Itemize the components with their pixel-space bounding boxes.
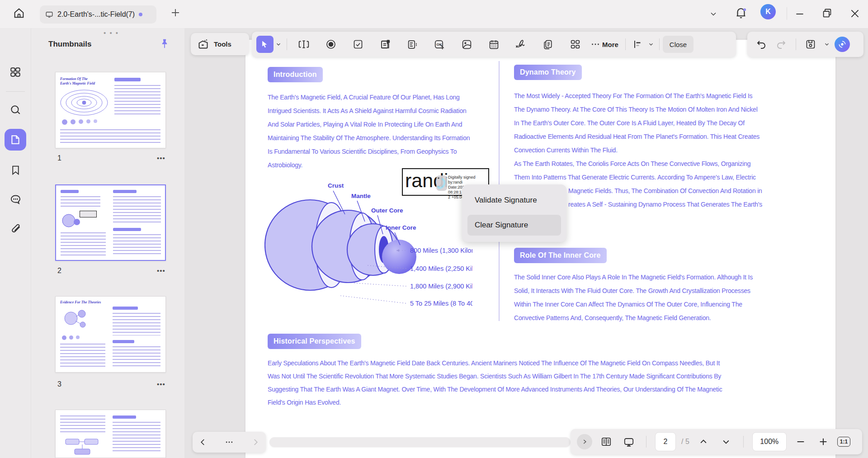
text-field-tool[interactable]: [295, 36, 312, 53]
thumbnail-page-2-selected[interactable]: [55, 184, 166, 261]
thumb1-text-lines: [114, 85, 160, 115]
save-chevron[interactable]: [822, 36, 832, 53]
actual-size-button[interactable]: 1:1: [837, 437, 850, 447]
back-arrow-icon[interactable]: [199, 438, 207, 446]
heading-badge: Role Of The Inner Core: [514, 248, 607, 263]
page-total: / 5: [681, 438, 689, 446]
measurement-label: 5 To 25 Miles (8 To 40 Kilometers): [410, 300, 472, 307]
document-tab[interactable]: 2.0-Earth's-...tic-Field(7): [40, 5, 156, 24]
titlebar-divider: [787, 7, 787, 20]
zoom-out-icon[interactable]: [792, 433, 809, 450]
introduction-paragraph: The Earth's Magnetic Field, A Crucial Fe…: [268, 90, 470, 172]
diagram-label-outer-core: Outer Core: [371, 207, 403, 214]
thumb2-page-number: 2: [57, 267, 61, 275]
sidebar-item-comments[interactable]: [8, 192, 23, 207]
undo-icon[interactable]: [753, 36, 770, 53]
forward-arrow-icon[interactable]: [251, 438, 259, 446]
avatar-letter: K: [765, 8, 771, 16]
tools-button[interactable]: Tools: [191, 33, 249, 55]
text-line: Convective Patterns And, Consequently, T…: [514, 311, 753, 325]
thumb3-title: Evidence For The Theories: [60, 300, 132, 305]
historical-paragraph: Early Speculations About The Earth's Mag…: [268, 357, 722, 409]
chevron-down-icon[interactable]: [709, 9, 718, 19]
close-window-button[interactable]: [849, 8, 861, 19]
section-heading-inner-core: Role Of The Inner Core: [514, 248, 607, 263]
save-icon[interactable]: [802, 36, 819, 53]
signature-seal-icon: [436, 175, 447, 191]
new-tab-button[interactable]: [170, 7, 181, 18]
thumbnail-page-3[interactable]: Evidence For The Theories: [55, 296, 166, 373]
thumb1-title-line2: Earth's Magnetic Field: [60, 81, 105, 86]
note-field-tool[interactable]: [377, 36, 394, 53]
select-tool-button[interactable]: [256, 36, 274, 53]
window-titlebar: 2.0-Earth's-...tic-Field(7) K: [0, 0, 868, 28]
inner-core-paragraph: The Solid Inner Core Also Plays A Role I…: [514, 270, 753, 325]
previous-page-chevron[interactable]: [695, 433, 712, 450]
field-grid-tool[interactable]: [566, 36, 584, 53]
alignment-chevron[interactable]: [646, 36, 656, 53]
text-line: Convection Currents Within The Fluid.: [514, 143, 762, 157]
close-form-mode-button[interactable]: Close: [663, 36, 693, 53]
select-tool-chevron[interactable]: [274, 36, 283, 53]
thumb4-flowchart-graphic: [65, 437, 101, 455]
radio-button-tool[interactable]: [322, 36, 340, 53]
sidebar-item-attachments[interactable]: [8, 222, 23, 237]
more-dots-icon[interactable]: [589, 36, 602, 53]
thumbnail-page-4[interactable]: [55, 410, 166, 458]
horizontal-scrollbar[interactable]: [269, 437, 571, 447]
thumb3-more-button[interactable]: •••: [157, 380, 165, 388]
reading-view-icon[interactable]: [598, 433, 615, 450]
minimize-button[interactable]: [794, 8, 806, 20]
signature-field-tool[interactable]: [512, 36, 529, 53]
text-line: Solid, It Interacts With The Fluid Outer…: [514, 284, 753, 297]
notifications-bell-icon[interactable]: [734, 6, 748, 20]
thumb2-signature-box: [80, 211, 97, 217]
checkbox-tool[interactable]: [349, 36, 367, 53]
text-line: Them Into Patterns That Generate Electri…: [514, 170, 762, 184]
date-field-tool[interactable]: [485, 36, 502, 53]
pin-panel-icon[interactable]: [159, 38, 170, 50]
duplicate-pages-tool[interactable]: [539, 36, 557, 53]
more-label[interactable]: More: [602, 41, 618, 48]
menu-item-clear-signature[interactable]: Clear Signature: [467, 215, 561, 236]
thumb1-more-button[interactable]: •••: [157, 154, 165, 162]
heading-badge: Introduction: [268, 67, 323, 82]
push-button-tool[interactable]: OK: [431, 36, 448, 53]
alignment-tool[interactable]: [629, 36, 646, 53]
menu-item-validate-signature[interactable]: Validate Signature: [467, 190, 561, 211]
sidebar-item-bookmarks[interactable]: [8, 162, 23, 178]
redo-icon[interactable]: [773, 36, 790, 53]
tab-title: 2.0-Earth's-...tic-Field(7): [57, 10, 135, 19]
user-avatar[interactable]: K: [760, 4, 776, 19]
image-field-tool[interactable]: [458, 36, 475, 53]
sidebar-item-thumbnails[interactable]: [5, 129, 26, 151]
heading-badge: Historical Perspectives: [268, 334, 361, 349]
text-line: Suggesting That The Earth Was A Giant Ma…: [268, 383, 722, 396]
page-number-input[interactable]: 2: [655, 432, 676, 451]
panel-drag-handle[interactable]: • • •: [104, 29, 119, 37]
next-page-chevron[interactable]: [717, 433, 735, 450]
section-heading-historical: Historical Perspectives: [268, 334, 361, 349]
zoom-in-icon[interactable]: [815, 433, 832, 450]
combo-list-tool[interactable]: [404, 36, 421, 53]
search-icon[interactable]: [8, 102, 23, 118]
panel-title: Thumbnails: [48, 40, 91, 49]
slideshow-icon[interactable]: [620, 433, 637, 450]
thumbnail-page-1[interactable]: Formation Of The Earth's Magnetic Field: [55, 72, 166, 148]
ai-assistant-icon[interactable]: [835, 37, 850, 52]
diagram-label-inner-core: Inner Core: [386, 224, 416, 231]
diagram-label-mantle: Mantle: [351, 193, 371, 199]
nav-more-icon[interactable]: [225, 438, 234, 447]
expand-panel-icon[interactable]: [577, 434, 592, 449]
text-line: As The Earth Rotates, The Coriolis Force…: [514, 157, 762, 170]
apps-grid-icon[interactable]: [8, 65, 23, 80]
text-line: The Dynamo Theory. At The Core Of This T…: [514, 103, 762, 116]
thumb3-dots-row: [62, 335, 80, 340]
restore-button[interactable]: [821, 7, 833, 19]
thumb3-page-number: 3: [57, 380, 61, 388]
thumb2-more-button[interactable]: •••: [157, 267, 165, 274]
home-icon[interactable]: [13, 7, 25, 19]
zoom-level-input[interactable]: 100%: [752, 432, 787, 451]
heading-badge: Dynamo Theory: [514, 65, 582, 80]
text-line: Intrigued Scientists. It Acts As A Shiel…: [268, 104, 470, 118]
